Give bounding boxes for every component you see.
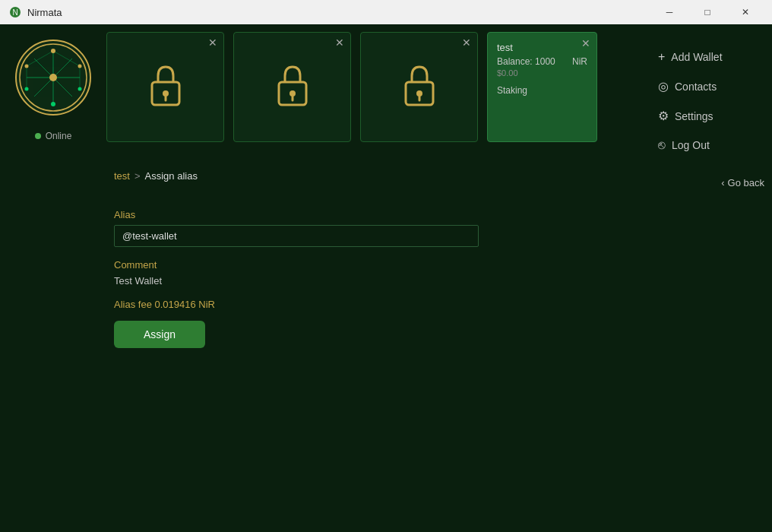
add-icon: + [658, 50, 665, 64]
svg-text:N: N [12, 8, 17, 17]
wallet-balance-label: Balance: 1000 [497, 56, 555, 67]
alias-input[interactable] [114, 225, 479, 247]
lock-icon-2 [266, 61, 319, 114]
close-button[interactable]: ✕ [728, 0, 763, 24]
svg-point-14 [49, 74, 57, 81]
status-dot [35, 133, 41, 139]
active-wallet-card[interactable]: ✕ test Balance: 1000 NiR $0.00 Staking [487, 32, 597, 142]
breadcrumb-separator: > [134, 170, 141, 182]
top-row: ✕ ✕ [106, 32, 772, 170]
sidebar: Online [0, 24, 106, 532]
go-back-label: Go back [728, 177, 764, 188]
wallet-name: test [497, 42, 587, 53]
app-logo-icon: N [9, 6, 21, 18]
wallet-card-2-close[interactable]: ✕ [335, 37, 344, 48]
svg-point-11 [51, 49, 55, 53]
svg-point-12 [78, 65, 82, 68]
lock-icon-1 [139, 61, 192, 114]
active-wallet-close[interactable]: ✕ [581, 37, 590, 49]
comment-value: Test Wallet [114, 275, 764, 287]
status-indicator: Online [35, 131, 72, 141]
wallet-usd: $0.00 [497, 68, 587, 78]
settings-nav[interactable]: ⚙ Settings [658, 106, 764, 126]
breadcrumb-link[interactable]: test [114, 170, 130, 182]
nirmata-logo-icon [19, 43, 87, 112]
window-controls: ─ □ ✕ [652, 0, 763, 24]
titlebar: N Nirmata ─ □ ✕ [0, 0, 772, 24]
settings-label: Settings [675, 110, 713, 122]
fee-text: Alias fee 0.019416 NiR [114, 299, 764, 310]
logout-icon: ⎋ [658, 138, 666, 152]
wallet-currency: NiR [572, 56, 587, 67]
content-area: test > Assign alias ‹ Go back Alias Comm… [106, 170, 772, 532]
svg-point-15 [78, 87, 82, 91]
go-back-button[interactable]: ‹ Go back [721, 177, 764, 188]
contacts-nav[interactable]: ◎ Contacts [658, 76, 764, 97]
breadcrumb: test > Assign alias [114, 170, 198, 182]
maximize-button[interactable]: □ [690, 0, 725, 24]
go-back-chevron: ‹ [721, 177, 724, 188]
alias-section: Alias [114, 209, 764, 247]
wallet-card-3-close[interactable]: ✕ [462, 37, 471, 48]
wallet-card-3[interactable]: ✕ [360, 32, 478, 142]
right-nav: + Add Wallet ◎ Contacts ⚙ Settings ⎋ Log… [650, 32, 772, 170]
wallet-staking: Staking [497, 85, 587, 96]
logout-nav[interactable]: ⎋ Log Out [658, 135, 764, 155]
lock-icon-3 [393, 61, 446, 114]
wallet-balance-row: Balance: 1000 NiR [497, 56, 587, 67]
comment-label: Comment [114, 259, 764, 271]
titlebar-left: N Nirmata [9, 6, 62, 18]
minimize-button[interactable]: ─ [652, 0, 687, 24]
assign-button[interactable]: Assign [114, 321, 205, 348]
comment-section: Comment Test Wallet [114, 259, 764, 287]
app-title: Nirmata [27, 7, 62, 18]
alias-label: Alias [114, 209, 764, 220]
add-wallet-label: Add Wallet [671, 51, 722, 63]
svg-point-16 [25, 87, 29, 91]
logout-label: Log Out [672, 139, 710, 151]
wallet-card-2[interactable]: ✕ [233, 32, 351, 142]
settings-icon: ⚙ [658, 109, 669, 123]
status-text: Online [46, 131, 72, 141]
svg-point-17 [51, 102, 55, 106]
wallet-cards: ✕ ✕ [106, 32, 597, 142]
breadcrumb-current: Assign alias [145, 170, 198, 182]
app-body: Online ✕ ✕ [0, 24, 772, 532]
svg-point-13 [25, 65, 29, 68]
logo-circle [15, 40, 91, 116]
contacts-label: Contacts [675, 81, 717, 93]
wallet-card-1-close[interactable]: ✕ [208, 37, 217, 48]
contacts-icon: ◎ [658, 79, 669, 93]
wallet-card-1[interactable]: ✕ [106, 32, 224, 142]
add-wallet-nav[interactable]: + Add Wallet [658, 47, 764, 67]
